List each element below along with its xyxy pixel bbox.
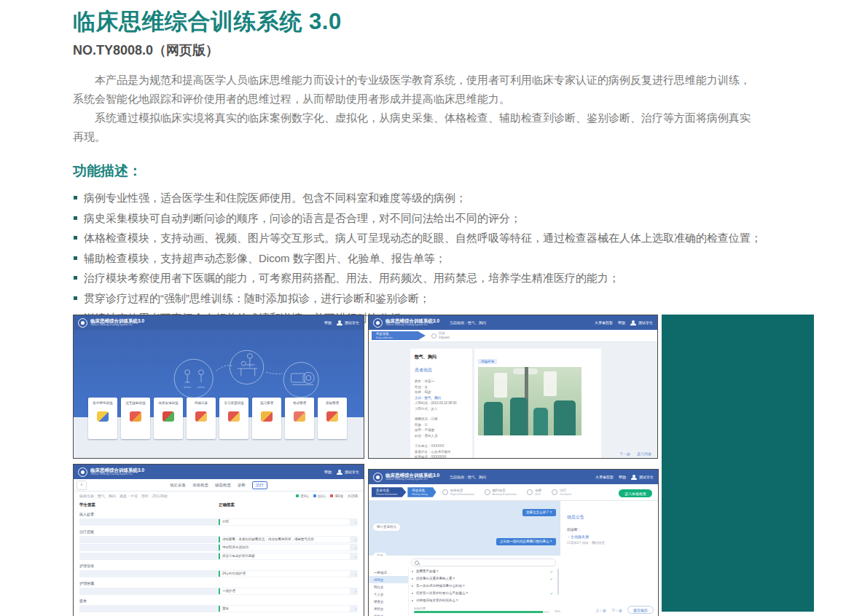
feature-text: 体格检查模块，支持动画、视频、图片等交互形式。病人可呈现动态的眨眼、自然呼吸等特… (84, 232, 761, 244)
module-card[interactable]: 考试管理 (285, 398, 314, 439)
user-icon (631, 475, 637, 480)
step-data-collection[interactable]: 病史采集 Data collection (372, 331, 426, 340)
patient-bubble: 我一直没劲儿 (373, 524, 400, 531)
category-item[interactable]: 个人史 (369, 591, 408, 598)
module-card[interactable]: 集中强化训练 (88, 398, 117, 439)
step-inquest[interactable]: 问诊 Inquest (431, 331, 450, 339)
module-card-label: 考试管理 (293, 401, 306, 405)
question-item[interactable]: 症状是白天重还是晚上重？✓ (411, 575, 555, 583)
module-card-label: 临床实境训练 (159, 401, 179, 405)
answer-row[interactable]: 住院› (79, 518, 358, 526)
module-card-label: 交互技能训练 (126, 401, 146, 405)
question-item[interactable]: 第一次出现这种情况是什么时候？ (411, 583, 555, 590)
legend-text: 得4分 (300, 494, 309, 498)
category-item[interactable]: 婚育史 (369, 598, 408, 605)
case-info-row: 病例名称：憋气、胸闷 难度：中等 用时：25分36秒 得4分 扣1分 漏0项 共… (74, 491, 364, 499)
partial-marker-icon (313, 494, 316, 497)
inquiry-progress: 问诊进度 95% (414, 607, 549, 613)
user-menu[interactable]: 测试学生 (639, 475, 654, 479)
projection-link[interactable]: 大屏幕投影 (595, 475, 614, 479)
chat-icon (162, 411, 174, 422)
chevron-right-icon: › (355, 536, 356, 543)
help-link[interactable]: 帮助 (324, 320, 332, 325)
question-item[interactable]: 这种情况每次发作时间长么？ (411, 597, 555, 603)
step-circle-icon (527, 489, 533, 495)
step-diagnosis[interactable]: 诊断DDX (522, 487, 546, 497)
question-text: 您哪里不舒服？ (416, 569, 439, 573)
back-button[interactable]: ‹ (77, 481, 87, 490)
next-button[interactable]: 下一步 (611, 608, 622, 612)
correct-answer: 床旁心电监护密切观察 (219, 553, 350, 559)
tab-physical[interactable]: 体格检查 (192, 483, 208, 488)
patient-field: 姓名：张某一 (415, 379, 468, 384)
feature-item: 贯穿诊疗过程的“强制”思维训练：随时添加拟诊，进行诊断和鉴别诊断； (73, 288, 834, 309)
footer-actions: 上一步 下一步 提交病历 (595, 606, 654, 614)
answer-row[interactable]: 床旁心电监护密切观察› (79, 553, 358, 560)
app-subtitle: Clinical Thinking Training System 3.0 (385, 324, 439, 327)
step-treatment[interactable]: 治疗Treatment (547, 487, 576, 497)
progress-percent: 95% (555, 609, 560, 613)
patient-field: 联系电话：XXXXXXX (415, 454, 468, 459)
category-list: 一般情况 现病史 既往史 个人史 婚育史 月经史 家族史 其他情况 (369, 567, 409, 616)
next-step-button[interactable]: 下一步 (619, 451, 630, 456)
enter-physical-exam-button[interactable]: 进入体格检查 (619, 489, 652, 497)
step-patient-info[interactable]: 患者信息Patient Information (372, 487, 406, 497)
enter-inquest-button[interactable]: 进入问诊 (637, 451, 651, 456)
user-menu[interactable]: 测试学生 (638, 320, 653, 325)
help-link[interactable]: 帮助 (619, 475, 626, 479)
intro-paragraph-1: 本产品是为规范和提高医学人员临床思维能力而设计的专业级医学教育系统，使用者可利用… (73, 71, 759, 108)
category-item[interactable]: 既往史 (369, 583, 408, 591)
question-item[interactable]: 您哪里不舒服？✓ (411, 568, 555, 575)
scrollbar[interactable] (557, 569, 559, 595)
answer-row[interactable]: 一级护理› (79, 588, 358, 595)
answer-row[interactable]: 24小时特级护理› (79, 570, 358, 577)
bullet-square-icon (74, 236, 77, 240)
category-item[interactable]: 家族史 (369, 612, 408, 616)
module-card[interactable]: 学习资源训练 (219, 398, 248, 439)
category-item-active[interactable]: 现病史 (369, 576, 408, 583)
patient-field: 入院方式：步入 (415, 406, 468, 412)
module-card[interactable]: 练习管理 (252, 398, 281, 439)
feature-text: 治疗模块考察使用者下医嘱的能力，可考察用药搭配、用法、用药频次、用药禁忌，培养学… (84, 272, 619, 284)
help-link[interactable]: 帮助 (618, 320, 625, 325)
patient-field: 婚姻状况：已婚 (415, 416, 468, 422)
chat-row: 之前有一段时间总是胸口憋闷是么？ (369, 532, 560, 545)
search-input[interactable] (421, 561, 552, 564)
question-item[interactable]: 症状第一次发作时有什么不舒服么？✓ (411, 590, 555, 597)
projection-link[interactable]: 大屏幕投影 (595, 320, 613, 325)
module-card[interactable]: 交互技能训练 (121, 398, 150, 439)
chat-row: 您最近怎么样了？ (369, 503, 560, 516)
book-icon (228, 411, 240, 422)
answer-row[interactable]: 持续吸氧：改善组织缺氧状态，维持血氧饱和度，缓解憋气症状› (79, 536, 358, 543)
answer-row[interactable]: 绝对卧床休息制动› (79, 544, 358, 551)
module-card-label: 集中强化训练 (93, 401, 113, 405)
user-menu[interactable]: 测试学生 (345, 320, 359, 325)
category-item[interactable]: 月经史 (369, 605, 408, 612)
answer-row[interactable]: 禁食› (79, 605, 358, 612)
tab-auxiliary[interactable]: 辅助检查 (215, 483, 231, 488)
app-logo-icon (78, 318, 87, 328)
module-card[interactable]: 基础管理 (318, 398, 347, 439)
prev-button[interactable]: 上一步 (595, 608, 606, 612)
help-link[interactable]: 帮助 (324, 470, 332, 474)
spacer (415, 411, 468, 416)
tab-diagnosis[interactable]: 诊断 (238, 483, 246, 488)
question-search[interactable] (411, 558, 556, 566)
correct-answer: 一级护理 (219, 588, 350, 594)
step-history-taking[interactable]: 病史采集History taking (407, 487, 436, 497)
step-physical-exam[interactable]: 体格检查Physical Examination (438, 487, 479, 497)
module-card[interactable]: 临床实境训练 (154, 398, 183, 439)
app-subtitle: Clinical Thinking Training System 3.0 (385, 478, 439, 481)
tab-history[interactable]: 病史采集 (170, 483, 186, 488)
spacer (415, 438, 468, 443)
operating-room-photo (478, 367, 581, 435)
step-auxiliary-exam[interactable]: 辅助检查Auxiliary Examination (480, 487, 521, 497)
category-item[interactable]: 一般情况 (369, 569, 408, 576)
submit-record-button[interactable]: 提交病历 (627, 606, 654, 614)
tab-treatment[interactable]: 治疗 (252, 481, 267, 489)
search-icon (415, 561, 419, 565)
patient-field: 民族：汉 (415, 422, 468, 428)
header-nav: 帮助 测试学生 (324, 320, 359, 325)
module-card[interactable]: 病例记录 (187, 398, 216, 439)
user-menu[interactable]: 测试学生 (345, 470, 359, 474)
